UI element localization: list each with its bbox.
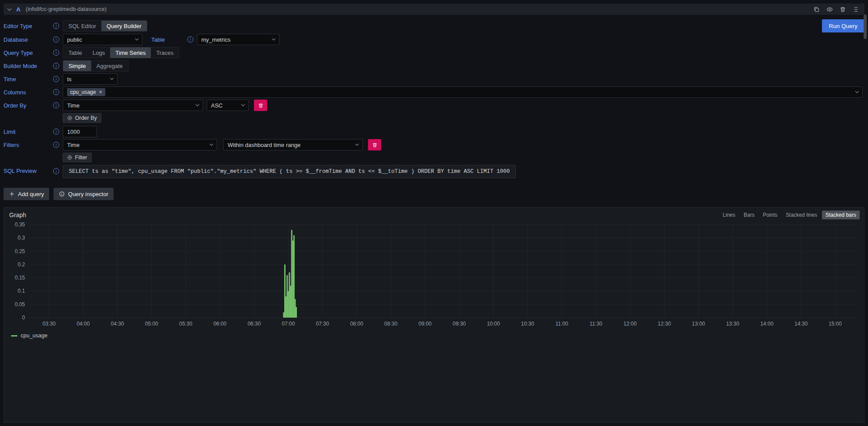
plus-icon bbox=[9, 191, 15, 197]
query-type-group: Table Logs Time Series Traces bbox=[63, 47, 179, 58]
graph-panel: Graph Lines Bars Points Stacked lines St… bbox=[4, 207, 864, 423]
x-tick-label: 12:00 bbox=[624, 321, 637, 327]
builder-mode-simple[interactable]: Simple bbox=[63, 61, 91, 71]
bar bbox=[291, 230, 293, 318]
add-order-by-button[interactable]: Order By bbox=[63, 113, 101, 123]
mode-points[interactable]: Points bbox=[759, 211, 781, 219]
query-inspector-button[interactable]: Query inspector bbox=[54, 188, 114, 200]
limit-input[interactable] bbox=[63, 126, 97, 137]
query-type-row: Query Type i Table Logs Time Series Trac… bbox=[4, 47, 864, 59]
bar bbox=[294, 299, 296, 318]
editor-type-sql-editor[interactable]: SQL Editor bbox=[63, 21, 101, 31]
mode-stacked-lines[interactable]: Stacked lines bbox=[782, 211, 821, 219]
mode-lines[interactable]: Lines bbox=[719, 211, 739, 219]
y-tick-label: 0.2 bbox=[18, 261, 25, 268]
remove-tag-icon[interactable]: × bbox=[99, 89, 102, 95]
graph-canvas: 00.050.10.150.20.250.30.3503:3004:0004:3… bbox=[4, 222, 864, 330]
duplicate-query-button[interactable] bbox=[813, 6, 820, 13]
database-row: Database i public Table i my_metrics bbox=[4, 33, 864, 46]
order-by-direction-select[interactable]: ASC bbox=[207, 100, 249, 111]
eye-icon bbox=[826, 6, 833, 13]
info-icon[interactable]: i bbox=[53, 63, 59, 69]
y-tick-label: 0.15 bbox=[15, 275, 25, 281]
plus-circle-icon bbox=[67, 115, 72, 121]
drag-query-button[interactable] bbox=[853, 6, 859, 13]
editor-type-row: Editor Type i SQL Editor Query Builder R… bbox=[4, 19, 864, 32]
filter-field-select[interactable]: Time bbox=[63, 139, 217, 150]
limit-row: Limit i bbox=[4, 125, 864, 138]
bar bbox=[296, 307, 297, 318]
database-select[interactable]: public bbox=[63, 34, 143, 45]
y-tick-label: 0.35 bbox=[15, 222, 25, 228]
chevron-down-icon bbox=[272, 37, 275, 40]
info-icon[interactable]: i bbox=[53, 23, 59, 29]
bar bbox=[292, 240, 293, 318]
database-label: Database i bbox=[4, 36, 59, 43]
query-ref-id: A bbox=[16, 6, 21, 13]
add-filter-button[interactable]: Filter bbox=[63, 153, 92, 162]
scrollbar-thumb[interactable] bbox=[864, 14, 867, 39]
order-by-direction-value: ASC bbox=[211, 102, 223, 109]
hide-response-button[interactable] bbox=[826, 6, 833, 13]
bar bbox=[288, 291, 289, 318]
mode-bars[interactable]: Bars bbox=[740, 211, 758, 219]
chevron-down-icon bbox=[110, 76, 114, 80]
run-query-button[interactable]: Run Query bbox=[822, 19, 864, 32]
display-mode-group: Lines Bars Points Stacked lines Stacked … bbox=[719, 211, 860, 219]
time-column-select[interactable]: ts bbox=[63, 73, 118, 85]
info-icon[interactable]: i bbox=[53, 129, 59, 135]
x-tick-label: 07:00 bbox=[282, 321, 295, 327]
x-tick-label: 08:30 bbox=[384, 321, 397, 327]
filter-condition-select[interactable]: Within dashboard time range bbox=[223, 139, 363, 150]
table-select[interactable]: my_metrics bbox=[197, 34, 279, 45]
query-row-header[interactable]: A (info8fcc-greptimedb-datasource) bbox=[4, 4, 864, 15]
query-type-label: Query Type i bbox=[4, 50, 59, 56]
filter-condition-value: Within dashboard time range bbox=[228, 142, 300, 148]
column-tag-cpu-usage: cpu_usage × bbox=[67, 88, 105, 96]
query-type-time-series[interactable]: Time Series bbox=[110, 47, 151, 58]
query-type-traces[interactable]: Traces bbox=[151, 47, 179, 58]
x-tick-label: 06:00 bbox=[213, 321, 226, 327]
graph-legend: cpu_usage bbox=[4, 330, 864, 339]
bar bbox=[286, 297, 287, 318]
mode-stacked-bars[interactable]: Stacked bars bbox=[822, 211, 860, 219]
info-icon[interactable]: i bbox=[53, 76, 59, 82]
columns-multiselect[interactable]: cpu_usage × bbox=[63, 86, 863, 98]
grafana-query-editor-page: A (info8fcc-greptimedb-datasource) bbox=[0, 0, 868, 426]
info-icon[interactable]: i bbox=[53, 89, 59, 95]
add-order-by-label: Order By bbox=[75, 115, 97, 121]
editor-type-group: SQL Editor Query Builder bbox=[63, 20, 147, 32]
limit-label: Limit i bbox=[4, 129, 59, 135]
sql-preview-code: SELECT ts as "time", cpu_usage FROM "pub… bbox=[63, 165, 516, 178]
query-type-logs[interactable]: Logs bbox=[87, 47, 110, 58]
x-tick-label: 03:30 bbox=[43, 321, 56, 327]
info-icon[interactable]: i bbox=[53, 102, 59, 108]
info-icon[interactable]: i bbox=[53, 142, 59, 148]
query-type-table[interactable]: Table bbox=[63, 47, 87, 58]
chart-svg: 00.050.10.150.20.250.30.3503:3004:0004:3… bbox=[7, 222, 860, 328]
info-icon[interactable]: i bbox=[53, 50, 59, 56]
info-icon[interactable]: i bbox=[53, 36, 59, 43]
sql-preview-row: SQL Preview i SELECT ts as "time", cpu_u… bbox=[4, 165, 864, 178]
order-by-field-select[interactable]: Time bbox=[63, 100, 203, 111]
remove-filter-button[interactable] bbox=[368, 139, 381, 150]
info-icon[interactable]: i bbox=[53, 168, 59, 174]
legend-series-label[interactable]: cpu_usage bbox=[21, 333, 47, 339]
builder-mode-group: Simple Aggregate bbox=[63, 60, 129, 72]
remove-query-button[interactable] bbox=[839, 6, 846, 13]
add-query-button[interactable]: Add query bbox=[4, 188, 49, 200]
x-tick-label: 04:00 bbox=[77, 321, 90, 327]
bar bbox=[290, 286, 291, 318]
remove-order-by-button[interactable] bbox=[254, 100, 267, 111]
column-tag-label: cpu_usage bbox=[70, 89, 96, 95]
editor-type-query-builder[interactable]: Query Builder bbox=[101, 21, 146, 31]
collapse-chevron-icon[interactable] bbox=[7, 7, 12, 11]
graph-panel-header: Graph Lines Bars Points Stacked lines St… bbox=[4, 208, 864, 222]
x-tick-label: 14:30 bbox=[794, 321, 807, 327]
x-tick-label: 07:30 bbox=[316, 321, 329, 327]
builder-mode-aggregate[interactable]: Aggregate bbox=[91, 61, 128, 71]
bar bbox=[289, 272, 290, 318]
builder-mode-row: Builder Mode i Simple Aggregate bbox=[4, 60, 864, 72]
info-icon[interactable]: i bbox=[187, 36, 193, 43]
query-type-label-text: Query Type bbox=[4, 50, 33, 56]
